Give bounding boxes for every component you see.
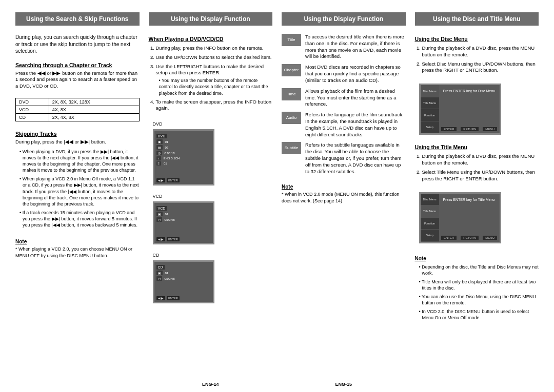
col-1: Using the Search & Skip Functions During… [15,12,140,387]
header-1: Using the Search & Skip Functions [15,12,140,26]
dvd-screen: DVD ▣01 ▤02 ◷0:00:13 ♪ENG 5.1CH ≡01 ◀ ▶E… [153,129,214,185]
subtitle-icon: ≡ [156,161,162,166]
dvd-caption: DVD [153,121,273,127]
footer-right: ENG-15 [282,376,406,387]
chapter-icon: ▤ [156,145,163,150]
manual-spread: Using the Search & Skip Functions During… [0,0,554,392]
header-4: Using the Disc and Title Menu [415,12,539,26]
audio-badge: Audio [282,112,301,124]
header-2: Using the Display Function [149,12,273,26]
title-menu-steps: During the playback of a DVD disc, press… [415,153,539,184]
note-1-text: * When playing a VCD 2.0, you can choose… [15,246,140,258]
note-1-title: Note [15,239,140,244]
col-3: Using the Display Function Title To acce… [282,12,406,387]
playing-steps: During play, press the INFO button on th… [149,45,273,114]
info-time: Time Allows playback of the film from a … [282,88,406,108]
playing-title: When Playing a DVD/VCD/CD [149,36,273,42]
note-4-title: Note [415,256,539,261]
intro-1: During play, you can search quickly thro… [15,34,140,55]
speed-table: DVD2X, 8X, 32X, 128X VCD4X, 8X CD2X, 4X,… [15,98,140,121]
title-menu-title: Using the Title Menu [415,144,539,150]
note-3-title: Note [282,184,406,190]
col-4: Using the Disc and Title Menu Using the … [415,12,539,387]
note-3-text: * When in VCD 2.0 mode (MENU ON mode), t… [282,191,406,203]
time-icon: ◷ [156,151,162,155]
col-2: Using the Display Function When Playing … [149,12,273,387]
disc-menu-screen: Disc Menu Title Menu Function Setup Pres… [419,84,501,135]
chapter-badge: Chapter [282,64,301,76]
title-badge: Title [282,34,301,46]
search-text: Press the ◀◀ or ▶▶ button on the remote … [15,70,140,90]
cd-caption: CD [153,253,273,258]
title-icon: ▣ [156,139,163,144]
disc-menu-steps: During the playback of a DVD disc, press… [415,45,539,76]
vcd-caption: VCD [153,194,273,199]
vcd-screen: VCD ▣01 ◷0:00:48 ◀ ▶ENTER [153,201,214,244]
title-menu-screen: Disc Menu Title Menu Function Setup Pres… [419,192,501,243]
search-title: Searching through a Chapter or Track [15,62,140,68]
info-audio: Audio Refers to the language of the film… [282,112,406,138]
info-chapter: Chapter Most DVD discs are recorded in c… [282,64,406,84]
header-3: Using the Display Function [282,12,406,26]
note-4-bullets: Depending on the disc, the Title and Dis… [415,264,539,324]
footer-left: ENG-14 [149,376,273,387]
audio-icon: ♪ [156,156,161,160]
cd-screen: CD ▣01 ◷0:00:48 ◀ ▶ENTER [153,260,214,303]
subtitle-badge: Subtitle [282,142,301,154]
info-title: Title To access the desired title when t… [282,34,406,60]
info-subtitle: Subtitle Refers to the subtitle language… [282,142,406,175]
disc-menu-title: Using the Disc Menu [415,36,539,42]
skip-bullets: When playing a DVD, if you press the ▶▶|… [15,149,140,231]
skip-title: Skipping Tracks [15,131,140,137]
skip-text: During play, press the |◀◀ or ▶▶| button… [15,139,140,146]
time-badge: Time [282,88,301,100]
